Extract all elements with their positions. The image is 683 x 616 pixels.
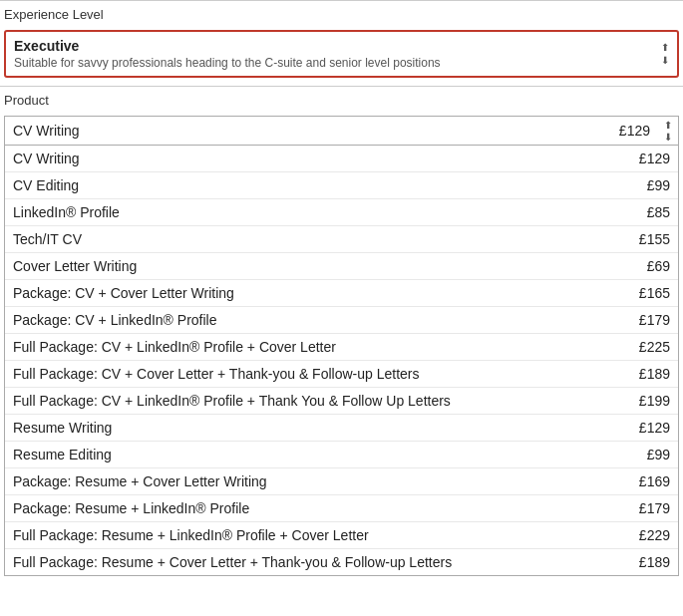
product-item-name: LinkedIn® Profile [13,204,625,220]
product-item-price: £155 [625,231,670,247]
product-item-name: Full Package: CV + LinkedIn® Profile + T… [13,393,625,409]
product-item-name: Full Package: CV + Cover Letter + Thank-… [13,366,625,382]
product-item-price: £229 [625,527,670,543]
product-item-price: £179 [625,500,670,516]
product-item-name: Resume Editing [13,447,625,462]
product-list-item[interactable]: Full Package: Resume + Cover Letter + Th… [5,549,678,575]
experience-dropdown-arrow[interactable] [661,42,669,66]
product-list-item[interactable]: Cover Letter Writing£69 [5,253,678,280]
product-item-name: CV Editing [13,177,625,193]
product-item-price: £99 [625,177,670,193]
product-item-name: Tech/IT CV [13,231,625,247]
product-section-label: Product [0,86,683,112]
product-item-name: Full Package: Resume + Cover Letter + Th… [13,554,625,570]
product-list-item[interactable]: CV Writing£129 [5,146,678,172]
product-item-price: £99 [625,447,670,462]
product-list-item[interactable]: Package: CV + LinkedIn® Profile£179 [5,307,678,334]
product-item-name: Full Package: Resume + LinkedIn® Profile… [13,527,625,543]
experience-dropdown[interactable]: Executive Suitable for savvy professiona… [4,30,679,78]
product-item-name: Full Package: CV + LinkedIn® Profile + C… [13,339,625,355]
product-item-name: CV Writing [13,151,625,166]
product-dropdown-arrow[interactable] [664,120,672,143]
product-selected-label: CV Writing [13,123,80,139]
product-item-name: Package: CV + LinkedIn® Profile [13,312,625,328]
product-item-price: £169 [625,473,670,489]
product-item-price: £225 [625,339,670,355]
product-list-item[interactable]: LinkedIn® Profile£85 [5,199,678,226]
product-list-item[interactable]: CV Editing£99 [5,172,678,199]
experience-section-label: Experience Level [0,0,683,26]
product-item-price: £129 [625,420,670,436]
product-list-item[interactable]: Resume Writing£129 [5,415,678,442]
product-list-item[interactable]: Tech/IT CV£155 [5,226,678,253]
product-list-item[interactable]: Full Package: CV + LinkedIn® Profile + T… [5,388,678,415]
product-item-price: £179 [625,312,670,328]
product-list-item[interactable]: Package: Resume + LinkedIn® Profile£179 [5,495,678,522]
product-selected-price: £129 [619,123,650,139]
product-section: Product CV Writing £129 CV Writing£129CV… [0,86,683,576]
product-list-item[interactable]: Full Package: CV + LinkedIn® Profile + C… [5,334,678,361]
product-item-price: £129 [625,151,670,166]
product-item-price: £85 [625,204,670,220]
product-item-name: Package: Resume + Cover Letter Writing [13,473,625,489]
product-item-name: Package: CV + Cover Letter Writing [13,285,625,301]
product-list-item[interactable]: Package: Resume + Cover Letter Writing£1… [5,468,678,495]
product-list-item[interactable]: Resume Editing£99 [5,442,678,468]
product-list-item[interactable]: Full Package: Resume + LinkedIn® Profile… [5,522,678,549]
product-item-price: £69 [625,258,670,274]
experience-selected-subtitle: Suitable for savvy professionals heading… [14,56,647,70]
product-item-name: Resume Writing [13,420,625,436]
product-list: CV Writing£129CV Editing£99LinkedIn® Pro… [4,146,679,576]
product-list-item[interactable]: Package: CV + Cover Letter Writing£165 [5,280,678,307]
experience-selected-title: Executive [14,38,647,54]
product-item-price: £165 [625,285,670,301]
product-dropdown-header[interactable]: CV Writing £129 [4,116,679,146]
product-item-price: £189 [625,366,670,382]
product-list-item[interactable]: Full Package: CV + Cover Letter + Thank-… [5,361,678,388]
product-item-name: Package: Resume + LinkedIn® Profile [13,500,625,516]
product-item-name: Cover Letter Writing [13,258,625,274]
experience-section: Experience Level Executive Suitable for … [0,0,683,78]
product-item-price: £199 [625,393,670,409]
product-item-price: £189 [625,554,670,570]
